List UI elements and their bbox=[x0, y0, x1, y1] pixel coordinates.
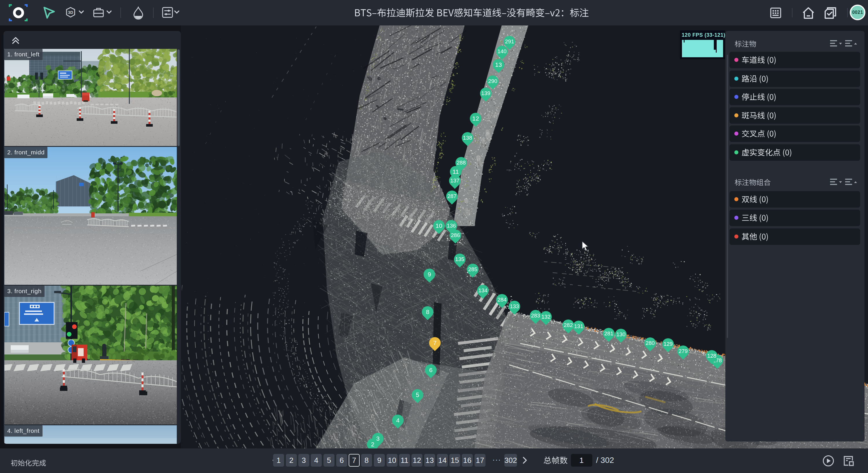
svg-text:3D: 3D bbox=[68, 10, 73, 15]
